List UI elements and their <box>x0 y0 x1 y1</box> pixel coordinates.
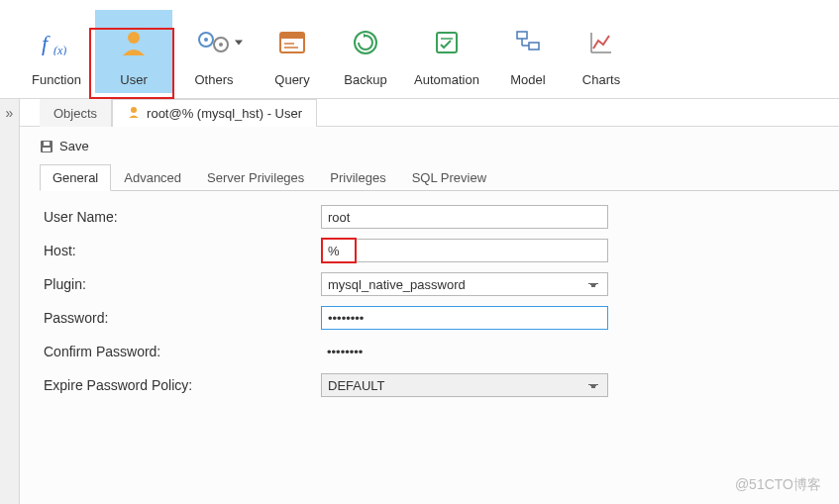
left-gutter: » <box>0 99 20 504</box>
tab-general[interactable]: General <box>40 164 111 191</box>
save-icon <box>40 140 53 153</box>
tab-sql-preview[interactable]: SQL Preview <box>399 164 499 191</box>
svg-rect-24 <box>44 142 50 146</box>
toolbar-others[interactable]: Others <box>172 10 256 93</box>
toolbar-label: Backup <box>344 72 386 87</box>
toolbar-label: Query <box>274 72 309 87</box>
user-name-label: User Name: <box>44 209 321 225</box>
svg-rect-15 <box>517 32 527 39</box>
user-icon <box>119 14 149 70</box>
chevron-down-icon <box>235 40 243 45</box>
save-button[interactable]: Save <box>40 135 839 161</box>
row-host: Host: <box>44 239 839 262</box>
function-icon: f(x) <box>40 14 73 70</box>
user-name-input[interactable] <box>321 205 608 229</box>
tab-advanced[interactable]: Advanced <box>111 164 194 191</box>
model-icon <box>514 14 542 70</box>
confirm-password-input[interactable] <box>321 340 608 363</box>
svg-rect-8 <box>280 33 304 39</box>
tab-server-privileges[interactable]: Server Privileges <box>194 164 317 191</box>
plugin-select[interactable]: mysql_native_password <box>321 272 608 296</box>
content-area: Save General Advanced Server Privileges … <box>20 127 839 504</box>
toolbar-model[interactable]: Model <box>491 10 565 93</box>
expire-policy-select[interactable]: DEFAULT <box>321 373 608 397</box>
backup-icon <box>352 14 379 70</box>
main-toolbar: f(x) Function User Others Query Backup A… <box>0 0 839 99</box>
plugin-label: Plugin: <box>44 276 321 292</box>
toolbar-label: Others <box>194 72 233 87</box>
password-input[interactable] <box>321 306 608 330</box>
user-form: User Name: Host: Plugin: mysql_native_pa… <box>40 191 839 397</box>
svg-point-4 <box>204 38 208 42</box>
save-label: Save <box>59 139 89 153</box>
host-label: Host: <box>44 243 321 258</box>
tab-label: Objects <box>53 106 97 121</box>
svg-rect-16 <box>529 43 539 50</box>
toolbar-automation[interactable]: Automation <box>402 10 491 93</box>
chevron-right-icon[interactable]: » <box>0 99 19 121</box>
toolbar-label: Model <box>510 72 545 87</box>
svg-rect-23 <box>43 148 51 151</box>
tab-privileges[interactable]: Privileges <box>317 164 398 191</box>
watermark: @51CTO博客 <box>735 476 821 494</box>
toolbar-backup[interactable]: Backup <box>329 10 402 93</box>
toolbar-label: User <box>120 72 147 87</box>
svg-rect-13 <box>437 33 457 52</box>
svg-text:(x): (x) <box>53 44 66 55</box>
password-label: Password: <box>44 310 321 326</box>
tab-label: root@% (mysql_hst) - User <box>147 106 302 121</box>
row-password: Password: <box>44 306 839 330</box>
charts-icon <box>587 14 615 70</box>
host-input[interactable] <box>321 239 608 262</box>
svg-text:f: f <box>42 31 51 55</box>
inner-tab-strip: General Advanced Server Privileges Privi… <box>40 163 839 191</box>
toolbar-function[interactable]: f(x) Function <box>20 10 93 93</box>
toolbar-label: Function <box>32 72 81 87</box>
expire-policy-label: Expire Password Policy: <box>44 377 321 393</box>
document-tabs: Objects root@% (mysql_hst) - User <box>20 99 839 127</box>
tab-objects[interactable]: Objects <box>40 99 112 127</box>
user-icon <box>127 105 141 122</box>
confirm-password-label: Confirm Password: <box>44 344 321 359</box>
toolbar-user[interactable]: User <box>95 10 172 93</box>
svg-point-6 <box>219 43 223 47</box>
others-icon <box>197 14 231 70</box>
svg-point-21 <box>131 107 137 113</box>
toolbar-label: Charts <box>582 72 620 87</box>
row-user-name: User Name: <box>44 205 839 229</box>
toolbar-charts[interactable]: Charts <box>565 10 638 93</box>
row-plugin: Plugin: mysql_native_password <box>44 272 839 296</box>
automation-icon <box>433 14 461 70</box>
svg-point-2 <box>128 32 140 44</box>
row-expire-policy: Expire Password Policy: DEFAULT <box>44 373 839 397</box>
svg-marker-12 <box>364 34 367 38</box>
toolbar-label: Automation <box>414 72 479 87</box>
tab-user-editor[interactable]: root@% (mysql_hst) - User <box>112 99 317 127</box>
toolbar-query[interactable]: Query <box>256 10 329 93</box>
query-icon <box>277 14 307 70</box>
row-confirm-password: Confirm Password: <box>44 340 839 363</box>
